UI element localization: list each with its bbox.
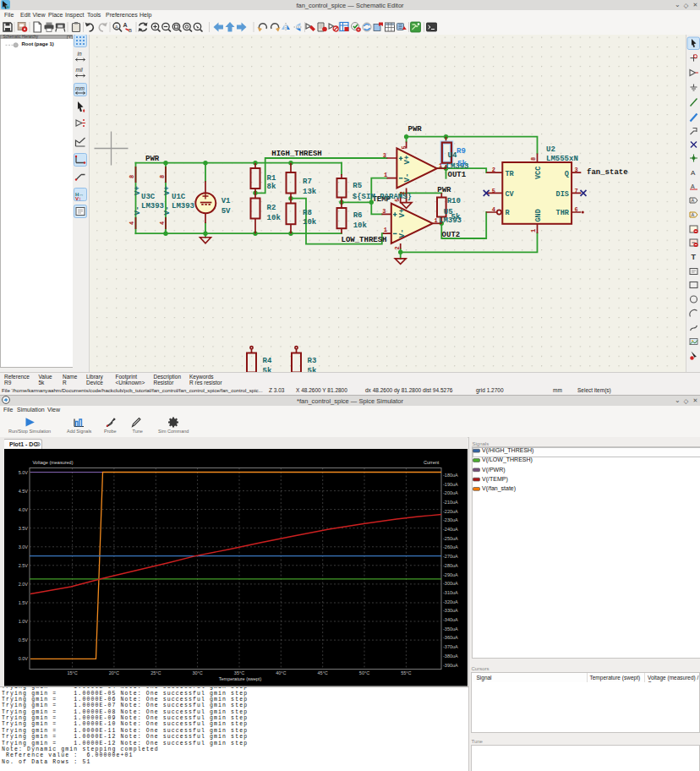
- svg-text:10k: 10k: [267, 214, 282, 222]
- svg-text:U1C: U1C: [172, 193, 186, 201]
- svg-text:4.5V: 4.5V: [19, 489, 29, 494]
- svg-text:fan_state: fan_state: [587, 168, 628, 177]
- svg-text:VCC: VCC: [534, 167, 543, 179]
- svg-text:R3: R3: [308, 357, 317, 365]
- svg-text:A: A: [691, 169, 696, 177]
- svg-text:mil: mil: [76, 67, 84, 73]
- svg-text:55°C: 55°C: [401, 670, 411, 675]
- svg-text:-350uA: -350uA: [443, 626, 458, 632]
- svg-text:-180uA: -180uA: [443, 473, 458, 478]
- svg-text:GND: GND: [534, 209, 543, 221]
- svg-text:8: 8: [159, 175, 166, 178]
- svg-text:V+: V+: [134, 186, 142, 195]
- svg-text:V+: V+: [403, 156, 412, 165]
- svg-text:V+: V+: [163, 186, 172, 195]
- svg-text:-280uA: -280uA: [443, 563, 458, 568]
- svg-text:35°C: 35°C: [234, 670, 244, 675]
- svg-text:-300uA: -300uA: [443, 581, 458, 586]
- svg-text:R10: R10: [447, 197, 461, 205]
- svg-text:3: 3: [383, 152, 386, 159]
- svg-text:U3C: U3C: [141, 193, 156, 201]
- svg-text:8: 8: [129, 175, 135, 178]
- svg-text:-230uA: -230uA: [443, 517, 458, 522]
- svg-text:-340uA: -340uA: [443, 617, 458, 622]
- svg-text:PWR: PWR: [408, 125, 423, 134]
- svg-text:45°C: 45°C: [318, 670, 328, 675]
- svg-text:-370uA: -370uA: [443, 644, 458, 649]
- svg-text:2: 2: [492, 167, 495, 173]
- svg-text:20°C: 20°C: [109, 670, 119, 675]
- svg-text:R6: R6: [353, 211, 363, 220]
- svg-text:50°C: 50°C: [359, 670, 369, 675]
- svg-text:V-: V-: [398, 229, 407, 238]
- svg-text:1.0V: 1.0V: [19, 619, 29, 624]
- svg-text:-250uA: -250uA: [443, 536, 458, 541]
- svg-text:R4: R4: [263, 357, 272, 365]
- svg-text:-310uA: -310uA: [443, 590, 458, 595]
- svg-text:5V: 5V: [221, 207, 231, 216]
- svg-text:-200uA: -200uA: [443, 490, 458, 495]
- svg-text:V1: V1: [221, 197, 231, 205]
- svg-text:-240uA: -240uA: [443, 527, 458, 532]
- svg-text:V-: V-: [403, 173, 412, 183]
- svg-text:2.5V: 2.5V: [19, 563, 29, 568]
- svg-text:LM393: LM393: [141, 202, 164, 211]
- svg-text:R1: R1: [267, 174, 276, 183]
- svg-text:-190uA: -190uA: [443, 482, 458, 487]
- svg-text:2: 2: [394, 246, 401, 249]
- svg-text:R5: R5: [353, 182, 362, 190]
- svg-text:-360uA: -360uA: [443, 635, 458, 640]
- svg-text:mm: mm: [75, 85, 85, 91]
- svg-text:R: R: [506, 209, 511, 217]
- svg-text:T: T: [692, 253, 697, 261]
- svg-text:A: A: [692, 198, 695, 203]
- svg-text:40°C: 40°C: [276, 670, 286, 675]
- svg-text:A: A: [115, 25, 118, 30]
- svg-text:1: 1: [384, 227, 387, 233]
- svg-text:A: A: [692, 212, 695, 217]
- svg-text:4: 4: [159, 221, 166, 225]
- svg-text:8: 8: [530, 157, 537, 161]
- svg-text:TR: TR: [506, 170, 515, 178]
- svg-text:THR: THR: [556, 209, 570, 217]
- svg-text:5k: 5k: [451, 213, 461, 221]
- svg-text:1: 1: [439, 162, 442, 169]
- svg-text:4: 4: [492, 206, 495, 213]
- svg-text:4: 4: [129, 221, 135, 225]
- svg-text:-220uA: -220uA: [443, 509, 458, 514]
- svg-text:6: 6: [575, 206, 578, 213]
- svg-text:10k: 10k: [303, 218, 317, 227]
- svg-text:30°C: 30°C: [192, 670, 202, 675]
- svg-text:5: 5: [492, 188, 495, 194]
- svg-text:R7: R7: [303, 178, 312, 186]
- svg-text:-320uA: -320uA: [443, 599, 458, 604]
- svg-text:-270uA: -270uA: [443, 554, 458, 559]
- svg-text:3.5V: 3.5V: [19, 526, 29, 531]
- svg-text:10k: 10k: [353, 221, 368, 230]
- svg-text:5.0V: 5.0V: [19, 470, 29, 475]
- svg-text:CV: CV: [506, 190, 515, 199]
- svg-text:3: 3: [382, 208, 386, 215]
- svg-text:V-: V-: [134, 206, 142, 216]
- svg-text:3.0V: 3.0V: [19, 544, 29, 550]
- svg-text:2.0V: 2.0V: [19, 582, 29, 587]
- svg-text:-290uA: -290uA: [443, 572, 458, 577]
- svg-text:-390uA: -390uA: [443, 663, 458, 668]
- svg-text:LM555xN: LM555xN: [546, 155, 578, 163]
- svg-text:0.5V: 0.5V: [19, 637, 29, 642]
- svg-text:V-: V-: [163, 206, 172, 216]
- svg-text:LOW_THRESH: LOW_THRESH: [342, 236, 387, 244]
- svg-text:7: 7: [575, 188, 578, 194]
- svg-text:5: 5: [401, 145, 407, 149]
- svg-text:U2: U2: [546, 145, 555, 154]
- svg-text:R9: R9: [457, 147, 466, 156]
- svg-text:15°C: 15°C: [67, 670, 77, 675]
- svg-text:in: in: [78, 51, 82, 57]
- svg-text:0.0V: 0.0V: [19, 656, 29, 661]
- svg-text:1: 1: [530, 229, 537, 232]
- svg-text:R2: R2: [267, 204, 276, 212]
- svg-text:LM393: LM393: [172, 202, 194, 211]
- svg-text:3: 3: [575, 167, 578, 173]
- svg-text:1: 1: [384, 172, 387, 178]
- svg-text:PWR: PWR: [437, 186, 451, 194]
